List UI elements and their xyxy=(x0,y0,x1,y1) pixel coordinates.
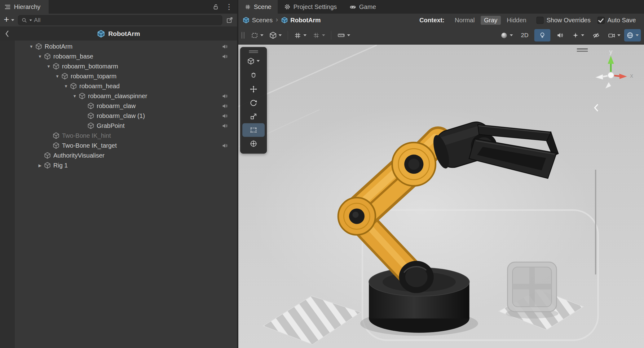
measure-ruler-dropdown[interactable] xyxy=(335,29,352,41)
search-filter-chevron-icon[interactable] xyxy=(29,20,32,21)
rect-tool[interactable] xyxy=(242,123,265,137)
context-option-hidden[interactable]: Hidden xyxy=(503,16,530,25)
tool-context-dropdown[interactable] xyxy=(247,56,260,66)
gameobject-cube-icon xyxy=(87,112,94,119)
auto-save-checkbox[interactable] xyxy=(598,17,605,24)
context-label: Context: xyxy=(419,17,444,24)
orientation-gizmo[interactable]: y x xyxy=(582,47,641,94)
scale-tool[interactable] xyxy=(242,110,265,123)
hierarchy-item-robotarm[interactable]: ▼RobotArm xyxy=(0,41,237,51)
chevron-down-icon xyxy=(510,34,513,36)
prefab-mode-header: RobotArm xyxy=(0,27,237,41)
transform-tool[interactable] xyxy=(242,137,265,150)
hierarchy-item-label: roboarm_bottomarm xyxy=(62,63,118,70)
lock-icon[interactable] xyxy=(212,3,219,10)
gizmo-center[interactable] xyxy=(608,72,614,78)
speaker-icon[interactable] xyxy=(222,44,228,50)
show-overrides-checkbox[interactable] xyxy=(536,17,544,24)
hierarchy-item-roboarm-clawspinner[interactable]: ▼roboarm_clawspinner xyxy=(0,91,237,101)
toolbar-drag-handle[interactable] xyxy=(241,32,245,39)
hierarchy-item-label: roboarm_claw (1) xyxy=(97,112,145,120)
rotate-tool[interactable] xyxy=(242,96,265,110)
draw-mode-dropdown[interactable] xyxy=(498,29,515,41)
scene-audio-button[interactable] xyxy=(552,29,568,41)
foldout-arrow[interactable]: ▼ xyxy=(62,84,70,89)
hierarchy-search-input[interactable]: All xyxy=(18,15,222,25)
show-overrides-toggle[interactable]: Show Overrides xyxy=(536,17,590,24)
hierarchy-item-roboarm-base[interactable]: ▼roboarm_base xyxy=(0,51,237,61)
tab-scene[interactable]: Scene xyxy=(238,0,278,14)
gameobject-cube-icon xyxy=(87,122,94,129)
speaker-icon[interactable] xyxy=(222,123,228,129)
component-overlay-dropdown[interactable] xyxy=(624,29,641,41)
foldout-arrow[interactable]: ▼ xyxy=(45,64,53,69)
gameobject-cube-icon xyxy=(44,152,51,159)
tab-hierarchy[interactable]: Hierarchy xyxy=(0,0,49,14)
breadcrumb-robotarm[interactable]: RobotArm xyxy=(281,17,321,24)
crate-prop xyxy=(506,262,558,319)
hierarchy-item-roboarm-head[interactable]: ▼roboarm_head xyxy=(0,81,237,91)
prefab-back-button[interactable] xyxy=(1,27,13,41)
tab-project-settings[interactable]: Project Settings xyxy=(278,0,343,14)
hierarchy-item-two-bone-ik-hint[interactable]: Two-Bone IK_hint xyxy=(0,131,237,141)
move-tool[interactable] xyxy=(242,82,265,96)
gizmo-neg-y-cone[interactable] xyxy=(605,82,611,89)
selection-outline-dropdown[interactable] xyxy=(249,29,266,41)
effects-dropdown[interactable] xyxy=(570,29,586,41)
hierarchy-item-roboarm-toparm[interactable]: ▼roboarm_toparm xyxy=(0,71,237,81)
hierarchy-toolbar: + All xyxy=(0,14,237,27)
hierarchy-tab-bar: Hierarchy ⋮ xyxy=(0,0,237,14)
scene-visibility-button[interactable] xyxy=(588,29,604,41)
hierarchy-item-roboarm-claw[interactable]: roboarm_claw xyxy=(0,101,237,111)
effects-star-icon xyxy=(572,32,579,39)
tab-game[interactable]: Game xyxy=(343,0,382,14)
speaker-icon[interactable] xyxy=(222,103,228,109)
hierarchy-item-roboarm-claw-1[interactable]: roboarm_claw (1) xyxy=(0,111,237,121)
auto-save-toggle[interactable]: Auto Save xyxy=(598,17,636,24)
scene-viewport[interactable]: y x xyxy=(238,45,644,348)
view-hand-tool[interactable] xyxy=(242,69,265,82)
context-option-normal[interactable]: Normal xyxy=(451,16,478,25)
hierarchy-item-two-bone-ik-target[interactable]: Two-Bone IK_target xyxy=(0,141,237,150)
speaker-icon[interactable] xyxy=(222,143,228,149)
popout-window-icon[interactable] xyxy=(226,16,233,24)
context-option-gray[interactable]: Gray xyxy=(481,16,501,25)
grid-visibility-dropdown[interactable] xyxy=(292,29,309,41)
auto-save-label: Auto Save xyxy=(607,17,636,24)
speaker-icon[interactable] xyxy=(222,54,228,59)
overlay-drag-handle[interactable] xyxy=(249,50,258,53)
gameobject-cube-icon xyxy=(44,53,51,60)
hierarchy-item-grabpoint[interactable]: GrabPoint xyxy=(0,121,237,131)
speaker-icon[interactable] xyxy=(222,113,228,119)
foldout-arrow[interactable]: ▼ xyxy=(36,54,44,59)
pivot-cube-dropdown[interactable] xyxy=(267,29,284,41)
prefab-cube-icon xyxy=(281,17,288,24)
hierarchy-item-label: Two-Bone IK_target xyxy=(62,142,117,149)
2d-mode-button[interactable]: 2D xyxy=(517,29,533,41)
gizmo-x-cone[interactable] xyxy=(619,74,627,79)
foldout-arrow[interactable]: ▶ xyxy=(36,163,44,168)
foldout-arrow[interactable]: ▼ xyxy=(53,74,61,79)
hierarchy-item-roboarm-bottomarm[interactable]: ▼roboarm_bottomarm xyxy=(0,61,237,71)
overlay-collapse-chevron[interactable] xyxy=(593,103,599,112)
gizmo-y-cone[interactable] xyxy=(608,56,614,64)
chevron-down-icon xyxy=(581,34,584,36)
hierarchy-item-authorityvisualiser[interactable]: AuthorityVisualiser xyxy=(0,150,237,160)
hierarchy-item-label: RobotArm xyxy=(45,43,73,50)
breadcrumb-robotarm-label: RobotArm xyxy=(290,17,321,24)
add-gameobject-button[interactable]: + xyxy=(4,17,14,23)
speaker-icon[interactable] xyxy=(222,93,228,99)
camera-icon xyxy=(608,32,615,39)
hierarchy-item-rig-1[interactable]: ▶Rig 1 xyxy=(0,160,237,170)
kebab-menu-icon[interactable]: ⋮ xyxy=(225,3,233,11)
hierarchy-item-label: roboarm_head xyxy=(79,83,120,90)
scene-lighting-button[interactable] xyxy=(534,29,550,41)
chevron-down-icon xyxy=(347,34,350,36)
scene-camera-dropdown[interactable] xyxy=(606,29,623,41)
grid-snap-dropdown[interactable] xyxy=(310,29,327,41)
gizmo-neg-x-cone[interactable] xyxy=(595,74,603,80)
scene-tab-bar: Scene Project Settings Game xyxy=(238,0,644,14)
breadcrumb-scenes[interactable]: Scenes xyxy=(243,17,273,24)
foldout-arrow[interactable]: ▼ xyxy=(71,94,79,98)
foldout-arrow[interactable]: ▼ xyxy=(27,44,35,49)
